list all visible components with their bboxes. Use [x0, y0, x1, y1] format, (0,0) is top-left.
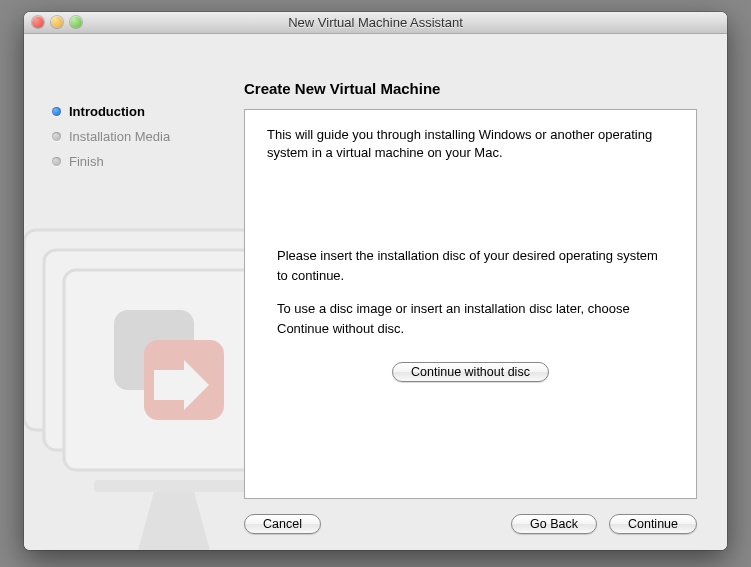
- step-bullet-icon: [52, 107, 61, 116]
- step-bullet-icon: [52, 132, 61, 141]
- step-label: Finish: [69, 154, 104, 169]
- cancel-button[interactable]: Cancel: [244, 514, 321, 534]
- sidebar-step-finish: Finish: [52, 154, 232, 169]
- continue-without-disc-button[interactable]: Continue without disc: [392, 362, 549, 382]
- sidebar-step-introduction: Introduction: [52, 104, 232, 119]
- svg-rect-5: [94, 480, 254, 492]
- window-body: Introduction Installation Media Finish C…: [24, 34, 727, 550]
- page-title: Create New Virtual Machine: [244, 80, 697, 97]
- content-panel: This will guide you through installing W…: [244, 109, 697, 499]
- traffic-lights: [32, 16, 82, 28]
- zoom-icon[interactable]: [70, 16, 82, 28]
- sidebar-step-installation-media: Installation Media: [52, 129, 232, 144]
- prompt-line-1: Please insert the installation disc of y…: [277, 246, 664, 285]
- window: New Virtual Machine Assistant Intr: [24, 12, 727, 550]
- step-bullet-icon: [52, 157, 61, 166]
- continue-button[interactable]: Continue: [609, 514, 697, 534]
- svg-rect-0: [24, 230, 264, 430]
- prompt-line-2: To use a disc image or insert an install…: [277, 299, 664, 338]
- svg-rect-3: [114, 310, 194, 390]
- footer: Cancel Go Back Continue: [244, 514, 697, 534]
- svg-rect-4: [144, 340, 224, 420]
- step-label: Introduction: [69, 104, 145, 119]
- sidebar: Introduction Installation Media Finish: [52, 104, 232, 179]
- step-label: Installation Media: [69, 129, 170, 144]
- prompt-text: Please insert the installation disc of y…: [267, 246, 674, 382]
- window-title: New Virtual Machine Assistant: [288, 15, 463, 30]
- titlebar: New Virtual Machine Assistant: [24, 12, 727, 34]
- close-icon[interactable]: [32, 16, 44, 28]
- minimize-icon[interactable]: [51, 16, 63, 28]
- go-back-button[interactable]: Go Back: [511, 514, 597, 534]
- intro-text: This will guide you through installing W…: [267, 126, 674, 162]
- main-area: Create New Virtual Machine This will gui…: [244, 80, 697, 499]
